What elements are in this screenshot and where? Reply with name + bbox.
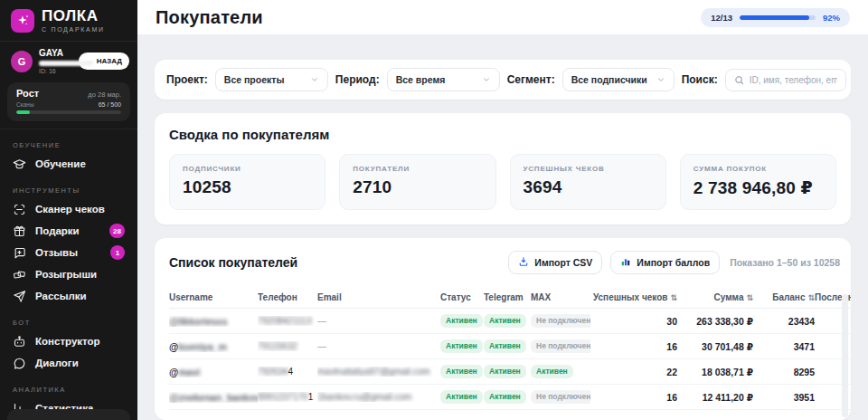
telegram-cell: Активен: [484, 365, 531, 378]
table-row[interactable]: @likkoriesss79208421113—АктивенАктивенНе…: [169, 309, 851, 334]
status-cell: Активен: [440, 365, 484, 378]
email-cell: —: [317, 316, 440, 326]
stats-row: ПОДПИСЧИКИ10258ПОКУПАТЕЛИ2710УСПЕШНЫХ ЧЕ…: [169, 154, 836, 210]
max-cell: Не подключен: [531, 390, 590, 404]
growth-progress-bar: [16, 110, 121, 114]
sidebar-item-label: Рассылки: [35, 291, 87, 301]
sidebar-item-label: Обучение: [35, 158, 86, 169]
username-cell: @likkoriesss: [169, 316, 258, 327]
logo[interactable]: ПОЛКА С ПОДАРКАМИ: [0, 0, 137, 41]
phone-cell: 89912371701: [258, 392, 317, 402]
period-label: Период:: [335, 73, 380, 86]
status-pill: Активен: [440, 339, 483, 353]
status-pill: Активен: [531, 365, 573, 378]
sidebar-item-label: Конструктор: [35, 336, 100, 347]
table-column-header: Telegram: [484, 292, 531, 302]
table-header-row: UsernameТелефонEmailСтатусTelegramMAXУсп…: [169, 287, 851, 309]
notification-badge: 1: [110, 245, 125, 260]
table-column-header[interactable]: Успешных чеков⇅: [590, 292, 677, 302]
filter-period: Период: Все время: [335, 68, 500, 91]
sidebar-nav: ОБУЧЕНИЕОбучениеИНСТРУМЕНТЫСканер чековП…: [0, 129, 137, 409]
table-row[interactable]: @mavi7926344mavlnaitaliya97@gmail.comАкт…: [169, 359, 851, 385]
segment-select-value: Все подписчики: [571, 74, 647, 85]
table-column-header[interactable]: Сумма⇅: [677, 292, 753, 302]
growth-metric-label: Сканы: [16, 101, 34, 108]
main-area: Покупатели 12/13 92% Проект: Все проекты: [137, 0, 868, 420]
sidebar-item-gift[interactable]: Подарки28: [13, 220, 125, 242]
sidebar-item-graduation-cap[interactable]: Обучение: [13, 153, 125, 175]
sidebar-item-comment-plus[interactable]: Отзывы1: [13, 242, 125, 263]
notification-badge: 28: [109, 224, 125, 238]
column-label: Баланс: [772, 292, 805, 302]
table-row[interactable]: @kseniya_m79115632—АктивенАктивенНе подк…: [169, 334, 851, 359]
status-cell: Активен: [440, 390, 484, 404]
sidebar-item-label: Подарки: [35, 225, 80, 236]
stat-value: 2 738 946,80 ₽: [693, 177, 823, 198]
table-column-header: Username: [169, 292, 258, 302]
column-label: Email: [317, 292, 342, 302]
segment-select[interactable]: Все подписчики: [562, 68, 675, 91]
project-select-value: Все проекты: [224, 74, 285, 85]
stat-tile: УСПЕШНЫХ ЧЕКОВ3694: [510, 154, 666, 210]
import-csv-button[interactable]: Импорт CSV: [508, 251, 602, 274]
search-box[interactable]: [725, 69, 846, 91]
page-title: Покупатели: [156, 7, 263, 28]
buyers-table: UsernameТелефонEmailСтатусTelegramMAXУсп…: [169, 287, 851, 410]
import-points-button[interactable]: Импорт баллов: [610, 251, 720, 274]
user-id: ID: 16: [39, 68, 72, 74]
bar-chart-icon: [13, 402, 26, 410]
search-input[interactable]: [750, 75, 837, 85]
table-scrollbar[interactable]: [842, 294, 848, 417]
status-pill: Активен: [484, 314, 526, 328]
username-cell: @znekenan_bankov: [169, 392, 258, 403]
sidebar-item-chat-bubble[interactable]: Диалоги: [13, 352, 125, 374]
filter-search: Поиск:: [682, 69, 846, 91]
filters-bar: Проект: Все проекты Период: Все время: [155, 60, 851, 100]
user-handle-redacted: [39, 61, 93, 66]
table-column-header[interactable]: Баланс⇅: [753, 292, 815, 302]
sidebar-item-paper-plane[interactable]: Рассылки: [13, 285, 125, 307]
sort-icon[interactable]: ⇅: [670, 293, 677, 302]
sum-cell: 30 701,48 ₽: [677, 341, 753, 352]
sidebar-item-robot[interactable]: Конструктор: [13, 330, 125, 352]
stat-value: 10258: [183, 177, 312, 197]
sort-icon[interactable]: ⇅: [807, 293, 815, 302]
sidebar-item-scanner[interactable]: Сканер чеков: [13, 198, 125, 220]
balance-cell: 8295: [753, 367, 815, 377]
sidebar-item-bar-chart[interactable]: Статистика: [13, 397, 125, 409]
sort-icon[interactable]: ⇅: [746, 293, 753, 302]
progress-bar: [740, 15, 816, 20]
growth-title: Рост: [16, 88, 39, 99]
sidebar-footer-card: [7, 409, 130, 420]
chevron-down-icon: [482, 75, 491, 84]
phone-cell: 79208421113: [258, 316, 317, 326]
telegram-cell: Активен: [484, 390, 531, 404]
status-pill: Активен: [484, 365, 526, 378]
period-select[interactable]: Все время: [387, 68, 500, 91]
project-select[interactable]: Все проекты: [215, 68, 328, 91]
status-pill: Активен: [440, 314, 483, 328]
chevron-down-icon: [656, 75, 665, 84]
status-pill: Активен: [484, 339, 526, 353]
status-pill: Не подключен: [531, 339, 590, 353]
stat-tile: ПОКУПАТЕЛИ2710: [339, 154, 495, 210]
user-name: GAYA: [39, 48, 72, 58]
table-row[interactable]: @znekenan_bankov899123717011bankov.ru@gm…: [169, 385, 851, 410]
growth-card[interactable]: Рост до 28 мар. Сканы 65 / 500: [7, 82, 130, 121]
comment-plus-icon: [13, 246, 26, 260]
project-label: Проект:: [166, 73, 208, 86]
growth-progress-fill: [16, 110, 30, 114]
nav-section-label: БОТ: [13, 319, 125, 327]
username-cell: @kseniya_m: [169, 341, 258, 352]
tickets-icon: [13, 268, 26, 282]
summary-title: Сводка по покупателям: [169, 127, 836, 142]
stat-label: УСПЕШНЫХ ЧЕКОВ: [524, 165, 653, 173]
stat-value: 2710: [353, 177, 482, 197]
status-pill: Активен: [440, 365, 483, 378]
gift-icon: [13, 224, 26, 238]
nav-section-label: ИНСТРУМЕНТЫ: [13, 186, 125, 195]
sidebar-item-tickets[interactable]: Розыгрыши: [13, 263, 125, 285]
period-select-value: Все время: [396, 74, 446, 85]
progress-percent: 92%: [823, 13, 840, 23]
list-header: Список покупателей Импорт CSV Импорт бал…: [169, 251, 851, 274]
